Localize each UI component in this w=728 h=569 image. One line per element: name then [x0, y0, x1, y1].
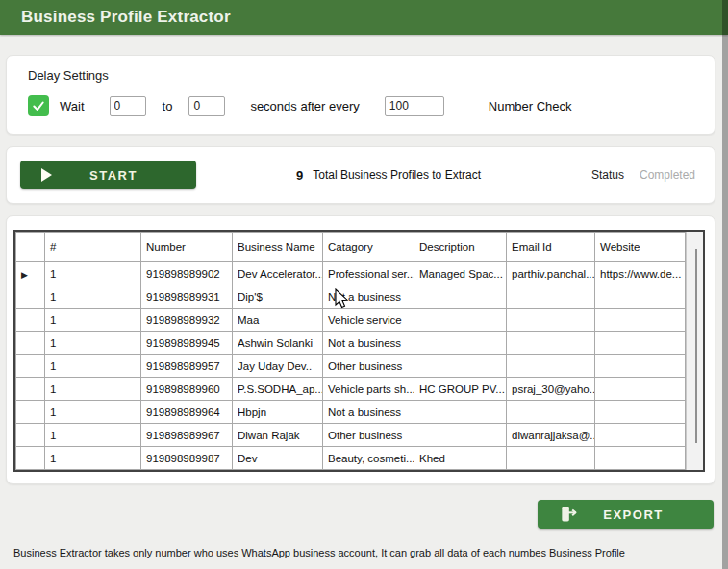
table-row[interactable]: 1919898989967Diwan RajakOther businessdi…	[16, 424, 686, 447]
cell-catagory[interactable]: Not a business	[323, 332, 414, 355]
table-row[interactable]: 1919898989964HbpjnNot a business	[16, 401, 686, 424]
cell-catagory[interactable]: Not a business	[323, 285, 414, 309]
row-selector[interactable]	[16, 424, 45, 447]
cell-email[interactable]	[507, 309, 595, 332]
cell-catagory[interactable]: Vehicle parts sh...	[323, 378, 414, 401]
cell-catagory[interactable]: Other business	[323, 355, 414, 378]
table-row[interactable]: 1919898989932MaaVehicle service	[16, 309, 686, 332]
cell-description[interactable]: HC GROUP PV...	[414, 378, 507, 401]
table-row[interactable]: 1919898989960P.S.SODHA_ap...Vehicle part…	[16, 378, 686, 401]
table-row[interactable]: 1919898989931Dip'$Not a business	[16, 285, 686, 309]
cell-description[interactable]	[414, 355, 507, 378]
cell-number[interactable]: 919898989964	[141, 401, 233, 424]
cell-business_name[interactable]: Maa	[233, 309, 323, 332]
cell-website[interactable]	[595, 332, 686, 355]
column-header[interactable]: Number	[141, 233, 233, 262]
cell-description[interactable]	[414, 285, 507, 309]
cell-number[interactable]: 919898989932	[141, 309, 233, 332]
cell-email[interactable]	[507, 332, 595, 355]
table-row[interactable]: 1919898989945Ashwin SolankiNot a busines…	[16, 332, 686, 355]
cell-business_name[interactable]: Dev Accelerator...	[233, 262, 323, 285]
column-header[interactable]: Description	[414, 233, 507, 262]
row-selector[interactable]	[16, 378, 45, 401]
cell-catagory[interactable]: Not a business	[323, 401, 414, 424]
cell-number[interactable]: 919898989967	[141, 424, 233, 447]
cell-email[interactable]: psraj_30@yaho...	[507, 378, 595, 401]
cell-catagory[interactable]: Other business	[323, 424, 414, 447]
export-button[interactable]: EXPORT	[538, 500, 714, 529]
delay-settings-title: Delay Settings	[28, 68, 695, 83]
cell-num[interactable]: 1	[45, 447, 141, 470]
cell-website[interactable]	[595, 447, 686, 470]
row-selector[interactable]	[16, 285, 45, 309]
cell-business_name[interactable]: Jay Uday Dev..	[233, 355, 323, 378]
row-selector[interactable]	[16, 401, 45, 424]
cell-website[interactable]	[595, 401, 686, 424]
number-check-count-input[interactable]	[385, 96, 444, 116]
scrollbar-thumb[interactable]	[695, 249, 697, 443]
cell-description[interactable]: Khed	[414, 447, 507, 470]
cell-email[interactable]	[507, 401, 595, 424]
cell-catagory[interactable]: Vehicle service	[323, 309, 414, 332]
cell-catagory[interactable]: Beauty, cosmeti...	[323, 447, 414, 470]
cell-num[interactable]: 1	[45, 424, 141, 447]
row-selector[interactable]: ▶	[16, 262, 45, 285]
number-check-label: Number Check	[489, 99, 572, 113]
cell-business_name[interactable]: P.S.SODHA_ap...	[233, 378, 323, 401]
cell-num[interactable]: 1	[45, 401, 141, 424]
cell-email[interactable]: diwanrajjaksa@...	[507, 424, 595, 447]
wait-checkbox[interactable]	[28, 95, 49, 116]
cell-description[interactable]	[414, 424, 507, 447]
wait-to-input[interactable]	[188, 96, 225, 116]
cell-email[interactable]: parthiv.panchal...	[507, 262, 595, 285]
cell-num[interactable]: 1	[45, 332, 141, 355]
cell-number[interactable]: 919898989931	[141, 285, 233, 309]
cell-email[interactable]	[507, 285, 595, 309]
cell-number[interactable]: 919898989902	[141, 262, 233, 285]
table-row[interactable]: 1919898989987DevBeauty, cosmeti...Khed	[16, 447, 686, 470]
cell-website[interactable]	[595, 378, 686, 401]
cell-num[interactable]: 1	[45, 355, 141, 378]
column-header[interactable]: Website	[595, 233, 686, 262]
cell-website[interactable]: https://www.de...	[595, 262, 686, 285]
table-row[interactable]: ▶1919898989902Dev Accelerator...Professi…	[16, 262, 686, 285]
cell-num[interactable]: 1	[45, 378, 141, 401]
column-header[interactable]: Email Id	[507, 233, 595, 262]
row-selector[interactable]	[16, 447, 45, 470]
column-header[interactable]: Business Name	[233, 233, 323, 262]
cell-number[interactable]: 919898989960	[141, 378, 233, 401]
cell-description[interactable]	[414, 401, 507, 424]
column-header[interactable]: #	[45, 233, 141, 262]
cell-catagory[interactable]: Professional ser...	[323, 262, 414, 285]
cell-description[interactable]	[414, 309, 507, 332]
cell-business_name[interactable]: Ashwin Solanki	[233, 332, 323, 355]
grid-body: ▶1919898989902Dev Accelerator...Professi…	[16, 262, 686, 470]
cell-website[interactable]	[595, 285, 686, 309]
cell-description[interactable]: Managed Spac...	[414, 262, 507, 285]
cell-number[interactable]: 919898989945	[141, 332, 233, 355]
row-selector[interactable]	[16, 355, 45, 378]
cell-description[interactable]	[414, 332, 507, 355]
table-row[interactable]: 1919898989957Jay Uday Dev..Other busines…	[16, 355, 686, 378]
row-selector[interactable]	[16, 309, 45, 332]
cell-website[interactable]	[595, 424, 686, 447]
cell-website[interactable]	[595, 309, 686, 332]
cell-business_name[interactable]: Hbpjn	[233, 401, 323, 424]
wait-from-input[interactable]	[110, 96, 146, 116]
cell-business_name[interactable]: Dip'$	[233, 285, 323, 309]
grid-vertical-scrollbar[interactable]	[686, 232, 703, 470]
cell-business_name[interactable]: Diwan Rajak	[233, 424, 323, 447]
cell-num[interactable]: 1	[45, 285, 141, 309]
cell-email[interactable]	[507, 355, 595, 378]
cell-number[interactable]: 919898989987	[141, 447, 233, 470]
cell-num[interactable]: 1	[45, 262, 141, 285]
cell-email[interactable]	[507, 447, 595, 470]
cell-number[interactable]: 919898989957	[141, 355, 233, 378]
cell-num[interactable]: 1	[45, 309, 141, 332]
column-header[interactable]: Catagory	[323, 233, 414, 262]
start-button[interactable]: START	[20, 161, 196, 189]
cell-website[interactable]	[595, 355, 686, 378]
window-scrollbar[interactable]	[722, 0, 728, 569]
row-selector[interactable]	[16, 332, 45, 355]
cell-business_name[interactable]: Dev	[233, 447, 323, 470]
